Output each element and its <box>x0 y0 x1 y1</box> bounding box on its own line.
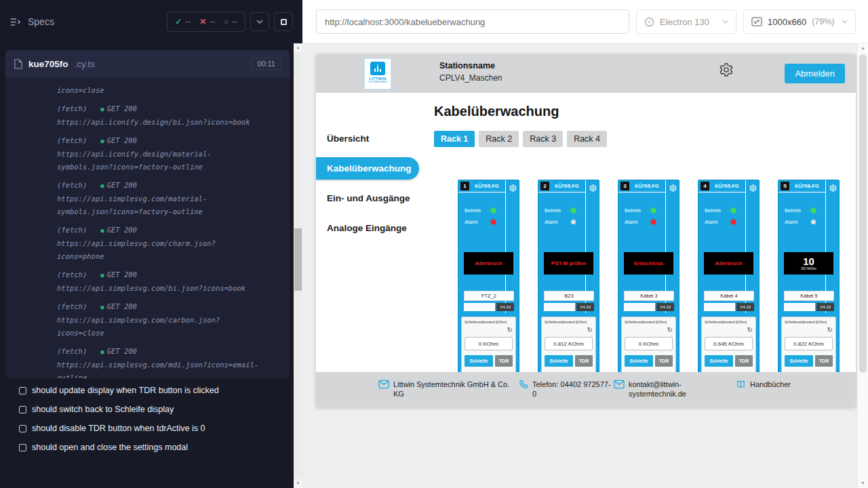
sidebar-item-kabelueberwachung[interactable]: Kabelüberwachung <box>316 157 419 180</box>
card-settings-icon[interactable] <box>507 182 519 195</box>
specs-toggle-button[interactable]: Specs <box>9 16 54 27</box>
measurement-panel: Schleifenwiderstand [kOhm] ↻ 0.812 KOhm … <box>541 317 596 372</box>
refresh-icon[interactable]: ↻ <box>827 327 833 333</box>
refresh-icon[interactable]: ↻ <box>587 327 593 333</box>
card-settings-icon[interactable] <box>827 182 839 195</box>
settings-gear-icon[interactable] <box>719 62 734 80</box>
http-status: GET 200 <box>107 226 137 234</box>
measurement-label: Schleifenwiderstand [kOhm] <box>785 320 833 324</box>
scroll-down-arrow[interactable]: ▼ <box>294 479 302 488</box>
page-scrollbar[interactable]: ▲ ▼ <box>857 43 868 488</box>
display-blank <box>704 303 735 311</box>
footer-manuals-link[interactable]: Handbücher <box>736 380 791 392</box>
chevron-down-icon <box>722 20 728 24</box>
spec-header[interactable]: kue705fo .cy.ts 00:11 <box>5 50 290 77</box>
scrollbar-thumb[interactable] <box>859 54 867 373</box>
measurement-panel: Schleifenwiderstand [kOhm] ↻ 0.822 KOhm … <box>781 317 836 372</box>
network-log-entry[interactable]: (fetch)●GET 200 https://api.simplesvg.co… <box>57 300 279 340</box>
test-item[interactable]: should switch back to Schleife display <box>0 400 294 419</box>
card-model-label: KÜ706-FO <box>789 180 825 192</box>
betrieb-led <box>491 208 496 213</box>
tdr-button[interactable]: TDR <box>815 355 833 367</box>
fetch-label: (fetch) <box>57 181 87 189</box>
betrieb-led <box>811 208 816 213</box>
status-dot-icon: ● <box>100 106 104 113</box>
footer-email[interactable]: kontakt@littwin-systemtechnik.de <box>614 380 691 399</box>
test-item[interactable]: should disable TDR button when tdrActive… <box>0 419 294 438</box>
tdr-button[interactable]: TDR <box>655 355 673 367</box>
sidebar-item-ein-ausgaenge[interactable]: Ein- und Ausgänge <box>316 183 430 213</box>
measurement-value: 0.822 KOhm <box>785 337 833 350</box>
cable-name-label: Kabel 5 <box>784 291 834 301</box>
book-icon <box>736 380 746 392</box>
app-window: LITTWIN SYSTEMTECHNIK Stationsname CPLV4… <box>316 54 856 407</box>
sidebar-item-analoge-eingaenge[interactable]: Analoge Eingänge <box>316 213 430 243</box>
test-status-icon <box>19 444 26 451</box>
scroll-up-arrow[interactable]: ▲ <box>858 43 868 53</box>
footer-phone[interactable]: Telefon: 04402 972577-0 <box>519 380 614 399</box>
tab-rack-1[interactable]: Rack 1 <box>434 131 475 147</box>
tdr-button[interactable]: TDR <box>575 355 593 367</box>
network-log-entry[interactable]: (fetch)●GET 200 https://api.simplesvg.co… <box>57 224 279 263</box>
refresh-icon[interactable]: ↻ <box>507 327 513 333</box>
app-sidebar: Übersicht Kabelüberwachung Ein- und Ausg… <box>316 93 430 372</box>
station-info: Stationsname CPLV4_Maschen <box>439 61 502 83</box>
device-card-3: 3 KÜ705-FO Betrieb Alarm Erdschluss Kabe… <box>618 180 679 372</box>
status-dot-icon: ● <box>100 227 104 234</box>
card-model-label: KÜ705-FO <box>549 180 585 192</box>
tab-rack-4[interactable]: Rack 4 <box>567 131 607 147</box>
panel-divider <box>778 192 825 192</box>
network-log-entry[interactable]: (fetch)●GET 200 https://api.iconify.desi… <box>57 102 279 129</box>
card-settings-icon[interactable] <box>667 182 679 195</box>
status-dot-icon: ● <box>100 304 104 310</box>
network-log-entry[interactable]: (fetch)●GET 200 https://api.simplesvg.co… <box>57 179 279 218</box>
display-blank <box>624 303 655 311</box>
measurement-value: 0 KOhm <box>465 337 513 350</box>
status-display: PST-M prüfen <box>544 252 593 274</box>
sidebar-item-uebersicht[interactable]: Übersicht <box>316 123 430 153</box>
scrollbar-thumb[interactable] <box>294 228 302 291</box>
browser-topbar: Electron 130 1000x660 (79%) <box>302 0 868 43</box>
collapse-button[interactable] <box>250 12 269 31</box>
station-value: CPLV4_Maschen <box>439 73 502 83</box>
refresh-icon[interactable]: ↻ <box>747 327 753 333</box>
card-settings-icon[interactable] <box>747 182 759 195</box>
mail-icon <box>378 380 389 392</box>
measurement-value: 0 KOhm <box>625 337 673 350</box>
network-log-entry[interactable]: (fetch)●GET 200 https://api.iconify.desi… <box>57 134 279 174</box>
schleife-button[interactable]: Schleife <box>785 355 813 367</box>
browser-selector[interactable]: Electron 130 <box>636 9 736 34</box>
firmware-version: V4.19 <box>496 303 514 311</box>
cypress-toolbar: Specs ✓-- ✕-- ○-- <box>0 0 302 43</box>
specs-label: Specs <box>28 16 54 27</box>
fetch-label: (fetch) <box>57 226 87 234</box>
schleife-button[interactable]: Schleife <box>545 355 573 367</box>
reporter-scrollbar[interactable]: ▲ ▼ <box>294 43 302 488</box>
schleife-button[interactable]: Schleife <box>705 355 733 367</box>
refresh-icon[interactable]: ↻ <box>667 327 673 333</box>
tab-rack-3[interactable]: Rack 3 <box>523 131 563 147</box>
tdr-button[interactable]: TDR <box>495 355 513 367</box>
url-input[interactable] <box>316 9 629 34</box>
test-item[interactable]: should open and close the settings modal <box>0 438 294 457</box>
viewport-selector[interactable]: 1000x660 (79%) <box>743 9 856 34</box>
stop-button[interactable] <box>274 12 293 31</box>
card-model-label: KÜ705-FO <box>629 180 665 192</box>
iso-unit: ISO MOhm <box>801 267 816 270</box>
schleife-button[interactable]: Schleife <box>465 355 493 367</box>
network-log-entry[interactable]: (fetch)●GET 200 https://api.simplesvg.co… <box>57 345 279 378</box>
scroll-up-arrow[interactable]: ▲ <box>294 43 302 52</box>
card-settings-icon[interactable] <box>587 182 599 195</box>
network-log-entry[interactable]: (fetch)●GET 200 https://api.simplesvg.co… <box>57 268 279 295</box>
tdr-button[interactable]: TDR <box>735 355 753 367</box>
logout-button[interactable]: Abmelden <box>785 64 845 83</box>
test-status-icon <box>19 425 26 432</box>
schleife-button[interactable]: Schleife <box>625 355 653 367</box>
scroll-down-arrow[interactable]: ▼ <box>858 479 868 488</box>
page-title: Kabelüberwachung <box>434 104 559 119</box>
tab-rack-2[interactable]: Rack 2 <box>479 131 519 147</box>
card-model-label: KÜ705-FO <box>469 180 505 192</box>
network-log-entry[interactable]: icons=close <box>57 84 279 97</box>
test-item[interactable]: should update display when TDR button is… <box>0 381 294 400</box>
status-display: 10ISO MOhm <box>784 252 833 274</box>
